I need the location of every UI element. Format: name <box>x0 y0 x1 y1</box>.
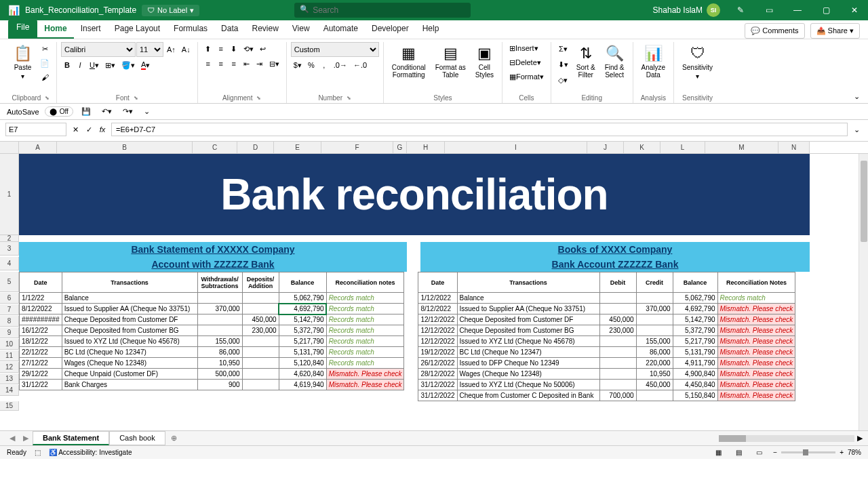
table-row[interactable]: 8/12/2022Issued to Supplier AA (Cheque N… <box>418 304 795 314</box>
row-header[interactable]: 15 <box>0 401 19 411</box>
cancel-formula-icon[interactable]: ✕ <box>69 123 81 136</box>
share-button[interactable]: 📤 Share ▾ <box>810 23 860 39</box>
increase-indent-icon[interactable]: ⇥ <box>254 57 266 70</box>
zoom-level[interactable]: 78% <box>848 449 861 456</box>
add-sheet-button[interactable]: ⊕ <box>165 434 182 443</box>
increase-font-icon[interactable]: A↑ <box>164 43 178 56</box>
name-box[interactable] <box>5 123 66 136</box>
analyze-data-button[interactable]: 📊Analyze Data <box>637 42 670 81</box>
conditional-formatting-button[interactable]: ▦Conditional Formatting <box>388 42 430 81</box>
tab-formulas[interactable]: Formulas <box>167 20 214 39</box>
orientation-icon[interactable]: ⟲▾ <box>241 42 256 56</box>
format-as-table-button[interactable]: ▤Format as Table <box>431 42 470 81</box>
table-row[interactable]: 12/12/2022Cheque Deposited from Customer… <box>418 325 795 336</box>
align-center-icon[interactable]: ≡ <box>215 57 227 70</box>
comma-icon[interactable]: , <box>318 58 330 72</box>
tab-review[interactable]: Review <box>245 20 285 39</box>
col-header-K[interactable]: K <box>624 142 660 153</box>
fill-icon[interactable]: ⬇▾ <box>555 58 571 71</box>
row-header[interactable]: 3 <box>0 242 19 256</box>
tab-file[interactable]: File <box>8 20 37 39</box>
align-bottom-icon[interactable]: ⬇ <box>228 42 240 56</box>
tab-page-layout[interactable]: Page Layout <box>108 20 167 39</box>
bold-button[interactable]: B <box>61 58 73 72</box>
col-header-N[interactable]: N <box>778 142 810 153</box>
formula-input[interactable] <box>111 123 848 136</box>
sensitivity-button[interactable]: 🛡Sensitivity▾ <box>678 42 717 83</box>
macro-record-icon[interactable]: ⬚ <box>35 449 41 456</box>
delete-cells-button[interactable]: ⊟ Delete ▾ <box>507 56 544 68</box>
number-format-select[interactable]: Custom <box>291 42 379 57</box>
vertical-scrollbar[interactable] <box>859 154 868 430</box>
comments-button[interactable]: 💬 Comments <box>745 23 804 39</box>
table-row[interactable]: 8/12/2022Issued to Supplier AA (Cheque N… <box>20 304 404 314</box>
format-painter-icon[interactable]: 🖌 <box>37 70 52 84</box>
bank-statement-table[interactable]: DateTransactionsWithdrawals/ Subtraction… <box>19 272 404 390</box>
redo-icon[interactable]: ↷▾ <box>120 105 136 119</box>
align-right-icon[interactable]: ≡ <box>228 57 240 70</box>
table-row[interactable]: 28/12/2022Wages (Cheque No 12348)10,9504… <box>418 369 795 380</box>
minimize-button[interactable]: — <box>784 0 811 20</box>
pen-icon[interactable]: ✎ <box>727 0 754 20</box>
align-top-icon[interactable]: ⬆ <box>202 42 214 56</box>
decrease-indent-icon[interactable]: ⇤ <box>241 57 253 70</box>
undo-icon[interactable]: ↶▾ <box>99 105 115 119</box>
row-header[interactable]: 1 <box>0 154 19 235</box>
find-select-button[interactable]: 🔍Find & Select <box>601 42 629 81</box>
merge-center-icon[interactable]: ⊟▾ <box>267 57 282 70</box>
zoom-slider[interactable] <box>781 451 835 453</box>
border-button[interactable]: ⊞▾ <box>102 58 118 72</box>
row-header[interactable]: 5 <box>0 272 19 292</box>
expand-formula-icon[interactable]: ⌄ <box>850 123 863 136</box>
view-page-layout-icon[interactable]: ▤ <box>732 446 745 460</box>
search-box[interactable]: 🔍 <box>294 3 471 18</box>
sheet-tab-bank-statement[interactable]: Bank Statement <box>33 431 109 445</box>
autosum-icon[interactable]: Σ▾ <box>555 42 571 56</box>
dialog-launcher-icon[interactable]: ⬊ <box>134 95 138 101</box>
table-row[interactable]: ##########Cheque Deposited from Customer… <box>20 314 404 325</box>
maximize-button[interactable]: ▢ <box>812 0 840 20</box>
col-header-E[interactable]: E <box>274 142 321 153</box>
row-header[interactable]: 6 <box>0 293 19 304</box>
search-input[interactable] <box>294 3 471 18</box>
currency-icon[interactable]: $▾ <box>291 58 304 72</box>
row-header[interactable]: 7 <box>0 304 19 315</box>
row-header[interactable]: 12 <box>0 362 19 373</box>
row-header[interactable]: 14 <box>0 385 19 396</box>
col-header-G[interactable]: G <box>393 142 407 153</box>
col-header-B[interactable]: B <box>57 142 193 153</box>
dialog-launcher-icon[interactable]: ⬊ <box>256 95 261 101</box>
align-middle-icon[interactable]: ≡ <box>215 42 227 56</box>
dialog-launcher-icon[interactable]: ⬊ <box>347 95 351 101</box>
col-header-C[interactable]: C <box>193 142 237 153</box>
sheet-tab-cash-book[interactable]: Cash book <box>109 431 165 445</box>
view-normal-icon[interactable]: ▦ <box>712 446 724 460</box>
table-row[interactable]: 18/12/22Issued to XYZ Ltd (Cheque No 456… <box>20 336 404 347</box>
hscroll-track[interactable] <box>719 435 854 442</box>
autosave-toggle[interactable]: ⬤ Off <box>45 106 73 117</box>
col-header-L[interactable]: L <box>660 142 705 153</box>
fill-color-button[interactable]: 🪣▾ <box>119 58 138 72</box>
italic-button[interactable]: I <box>74 58 86 72</box>
table-row[interactable]: 12/12/2022Issued to XYZ Ltd (Cheque No 4… <box>418 336 795 347</box>
zoom-in-icon[interactable]: + <box>840 449 844 456</box>
font-size-select[interactable]: 11 <box>136 42 163 57</box>
close-button[interactable]: ✕ <box>841 0 868 20</box>
insert-cells-button[interactable]: ⊞ Insert ▾ <box>507 42 541 54</box>
user-name[interactable]: Shahab IslaM <box>653 5 703 15</box>
increase-decimal-icon[interactable]: .0→ <box>331 58 350 72</box>
accessibility-status[interactable]: ♿ Accessibility: Investigate <box>49 449 132 456</box>
col-header-J[interactable]: J <box>587 142 624 153</box>
col-header-D[interactable]: D <box>237 142 274 153</box>
row-header[interactable]: 9 <box>0 327 19 338</box>
col-header-M[interactable]: M <box>705 142 778 153</box>
align-left-icon[interactable]: ≡ <box>202 57 214 70</box>
font-name-select[interactable]: Calibri <box>61 42 136 57</box>
worksheet-grid[interactable]: 1 Bank reconciliation 2 3 Bank Statement… <box>0 154 868 430</box>
sheet-nav-next-icon[interactable]: ▶ <box>19 434 33 443</box>
row-header[interactable]: 2 <box>0 235 19 242</box>
select-all-corner[interactable] <box>0 142 19 153</box>
table-row[interactable]: 26/12/2022Issued to DFP Cheque No 123492… <box>418 358 795 369</box>
clear-icon[interactable]: ◇▾ <box>555 73 571 87</box>
table-row[interactable]: 16/12/22Cheque Deposited from Customer B… <box>20 325 404 336</box>
